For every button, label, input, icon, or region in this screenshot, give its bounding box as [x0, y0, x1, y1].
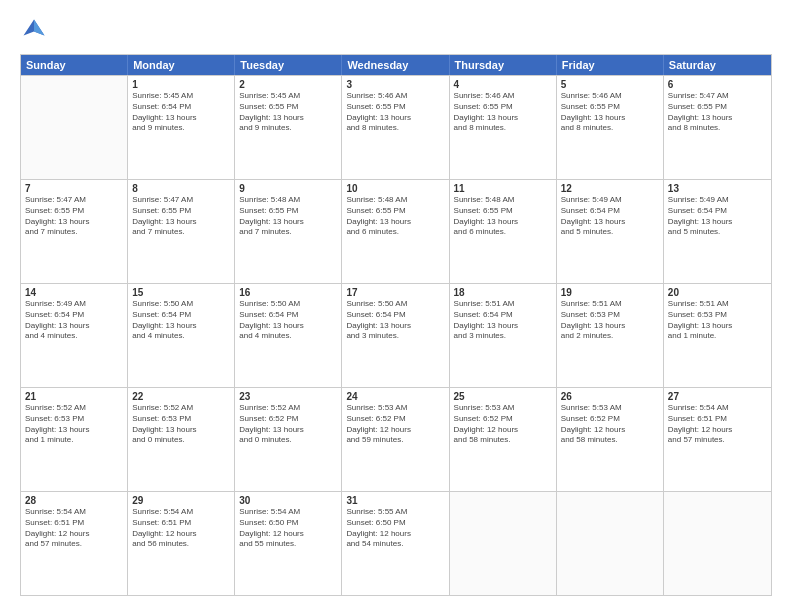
calendar-row-1: 7Sunrise: 5:47 AM Sunset: 6:55 PM Daylig… [21, 179, 771, 283]
empty-cell [450, 492, 557, 595]
calendar-cell-6: 6Sunrise: 5:47 AM Sunset: 6:55 PM Daylig… [664, 76, 771, 179]
day-info: Sunrise: 5:53 AM Sunset: 6:52 PM Dayligh… [346, 403, 444, 446]
day-number: 12 [561, 183, 659, 194]
calendar: SundayMondayTuesdayWednesdayThursdayFrid… [20, 54, 772, 596]
day-number: 15 [132, 287, 230, 298]
day-info: Sunrise: 5:51 AM Sunset: 6:54 PM Dayligh… [454, 299, 552, 342]
empty-cell [664, 492, 771, 595]
calendar-cell-5: 5Sunrise: 5:46 AM Sunset: 6:55 PM Daylig… [557, 76, 664, 179]
day-info: Sunrise: 5:54 AM Sunset: 6:51 PM Dayligh… [25, 507, 123, 550]
calendar-cell-30: 30Sunrise: 5:54 AM Sunset: 6:50 PM Dayli… [235, 492, 342, 595]
calendar-cell-25: 25Sunrise: 5:53 AM Sunset: 6:52 PM Dayli… [450, 388, 557, 491]
day-info: Sunrise: 5:48 AM Sunset: 6:55 PM Dayligh… [454, 195, 552, 238]
weekday-header-thursday: Thursday [450, 55, 557, 75]
day-info: Sunrise: 5:46 AM Sunset: 6:55 PM Dayligh… [346, 91, 444, 134]
day-number: 17 [346, 287, 444, 298]
calendar-cell-26: 26Sunrise: 5:53 AM Sunset: 6:52 PM Dayli… [557, 388, 664, 491]
calendar-cell-13: 13Sunrise: 5:49 AM Sunset: 6:54 PM Dayli… [664, 180, 771, 283]
day-info: Sunrise: 5:53 AM Sunset: 6:52 PM Dayligh… [454, 403, 552, 446]
day-number: 7 [25, 183, 123, 194]
day-number: 31 [346, 495, 444, 506]
calendar-header: SundayMondayTuesdayWednesdayThursdayFrid… [21, 55, 771, 75]
day-info: Sunrise: 5:54 AM Sunset: 6:51 PM Dayligh… [132, 507, 230, 550]
day-number: 20 [668, 287, 767, 298]
logo-icon [20, 16, 48, 44]
day-info: Sunrise: 5:45 AM Sunset: 6:55 PM Dayligh… [239, 91, 337, 134]
day-info: Sunrise: 5:48 AM Sunset: 6:55 PM Dayligh… [346, 195, 444, 238]
logo [20, 16, 52, 44]
calendar-cell-23: 23Sunrise: 5:52 AM Sunset: 6:52 PM Dayli… [235, 388, 342, 491]
day-info: Sunrise: 5:48 AM Sunset: 6:55 PM Dayligh… [239, 195, 337, 238]
calendar-cell-29: 29Sunrise: 5:54 AM Sunset: 6:51 PM Dayli… [128, 492, 235, 595]
calendar-cell-8: 8Sunrise: 5:47 AM Sunset: 6:55 PM Daylig… [128, 180, 235, 283]
calendar-cell-28: 28Sunrise: 5:54 AM Sunset: 6:51 PM Dayli… [21, 492, 128, 595]
day-info: Sunrise: 5:50 AM Sunset: 6:54 PM Dayligh… [132, 299, 230, 342]
day-number: 30 [239, 495, 337, 506]
day-number: 11 [454, 183, 552, 194]
calendar-row-3: 21Sunrise: 5:52 AM Sunset: 6:53 PM Dayli… [21, 387, 771, 491]
calendar-cell-1: 1Sunrise: 5:45 AM Sunset: 6:54 PM Daylig… [128, 76, 235, 179]
day-number: 13 [668, 183, 767, 194]
day-info: Sunrise: 5:54 AM Sunset: 6:51 PM Dayligh… [668, 403, 767, 446]
day-info: Sunrise: 5:50 AM Sunset: 6:54 PM Dayligh… [346, 299, 444, 342]
day-number: 2 [239, 79, 337, 90]
header [20, 16, 772, 44]
calendar-cell-15: 15Sunrise: 5:50 AM Sunset: 6:54 PM Dayli… [128, 284, 235, 387]
day-info: Sunrise: 5:51 AM Sunset: 6:53 PM Dayligh… [668, 299, 767, 342]
day-number: 1 [132, 79, 230, 90]
day-number: 19 [561, 287, 659, 298]
day-info: Sunrise: 5:52 AM Sunset: 6:52 PM Dayligh… [239, 403, 337, 446]
day-number: 8 [132, 183, 230, 194]
calendar-cell-4: 4Sunrise: 5:46 AM Sunset: 6:55 PM Daylig… [450, 76, 557, 179]
day-info: Sunrise: 5:46 AM Sunset: 6:55 PM Dayligh… [454, 91, 552, 134]
calendar-cell-31: 31Sunrise: 5:55 AM Sunset: 6:50 PM Dayli… [342, 492, 449, 595]
day-info: Sunrise: 5:51 AM Sunset: 6:53 PM Dayligh… [561, 299, 659, 342]
day-number: 25 [454, 391, 552, 402]
calendar-cell-18: 18Sunrise: 5:51 AM Sunset: 6:54 PM Dayli… [450, 284, 557, 387]
calendar-cell-16: 16Sunrise: 5:50 AM Sunset: 6:54 PM Dayli… [235, 284, 342, 387]
weekday-header-friday: Friday [557, 55, 664, 75]
day-info: Sunrise: 5:53 AM Sunset: 6:52 PM Dayligh… [561, 403, 659, 446]
calendar-cell-24: 24Sunrise: 5:53 AM Sunset: 6:52 PM Dayli… [342, 388, 449, 491]
day-info: Sunrise: 5:45 AM Sunset: 6:54 PM Dayligh… [132, 91, 230, 134]
day-number: 28 [25, 495, 123, 506]
day-info: Sunrise: 5:52 AM Sunset: 6:53 PM Dayligh… [132, 403, 230, 446]
weekday-header-monday: Monday [128, 55, 235, 75]
day-info: Sunrise: 5:49 AM Sunset: 6:54 PM Dayligh… [25, 299, 123, 342]
empty-cell [557, 492, 664, 595]
calendar-cell-11: 11Sunrise: 5:48 AM Sunset: 6:55 PM Dayli… [450, 180, 557, 283]
day-number: 6 [668, 79, 767, 90]
day-info: Sunrise: 5:55 AM Sunset: 6:50 PM Dayligh… [346, 507, 444, 550]
calendar-row-2: 14Sunrise: 5:49 AM Sunset: 6:54 PM Dayli… [21, 283, 771, 387]
day-info: Sunrise: 5:46 AM Sunset: 6:55 PM Dayligh… [561, 91, 659, 134]
day-number: 4 [454, 79, 552, 90]
weekday-header-sunday: Sunday [21, 55, 128, 75]
day-number: 18 [454, 287, 552, 298]
calendar-row-4: 28Sunrise: 5:54 AM Sunset: 6:51 PM Dayli… [21, 491, 771, 595]
calendar-cell-20: 20Sunrise: 5:51 AM Sunset: 6:53 PM Dayli… [664, 284, 771, 387]
day-info: Sunrise: 5:49 AM Sunset: 6:54 PM Dayligh… [668, 195, 767, 238]
day-info: Sunrise: 5:49 AM Sunset: 6:54 PM Dayligh… [561, 195, 659, 238]
weekday-header-tuesday: Tuesday [235, 55, 342, 75]
calendar-cell-3: 3Sunrise: 5:46 AM Sunset: 6:55 PM Daylig… [342, 76, 449, 179]
weekday-header-wednesday: Wednesday [342, 55, 449, 75]
calendar-cell-27: 27Sunrise: 5:54 AM Sunset: 6:51 PM Dayli… [664, 388, 771, 491]
calendar-cell-7: 7Sunrise: 5:47 AM Sunset: 6:55 PM Daylig… [21, 180, 128, 283]
day-number: 21 [25, 391, 123, 402]
day-info: Sunrise: 5:47 AM Sunset: 6:55 PM Dayligh… [668, 91, 767, 134]
calendar-cell-19: 19Sunrise: 5:51 AM Sunset: 6:53 PM Dayli… [557, 284, 664, 387]
day-number: 26 [561, 391, 659, 402]
day-number: 14 [25, 287, 123, 298]
calendar-body: 1Sunrise: 5:45 AM Sunset: 6:54 PM Daylig… [21, 75, 771, 595]
day-number: 3 [346, 79, 444, 90]
calendar-cell-9: 9Sunrise: 5:48 AM Sunset: 6:55 PM Daylig… [235, 180, 342, 283]
calendar-cell-12: 12Sunrise: 5:49 AM Sunset: 6:54 PM Dayli… [557, 180, 664, 283]
calendar-cell-21: 21Sunrise: 5:52 AM Sunset: 6:53 PM Dayli… [21, 388, 128, 491]
weekday-header-saturday: Saturday [664, 55, 771, 75]
calendar-cell-2: 2Sunrise: 5:45 AM Sunset: 6:55 PM Daylig… [235, 76, 342, 179]
calendar-cell-17: 17Sunrise: 5:50 AM Sunset: 6:54 PM Dayli… [342, 284, 449, 387]
calendar-row-0: 1Sunrise: 5:45 AM Sunset: 6:54 PM Daylig… [21, 75, 771, 179]
day-number: 10 [346, 183, 444, 194]
day-info: Sunrise: 5:52 AM Sunset: 6:53 PM Dayligh… [25, 403, 123, 446]
day-number: 5 [561, 79, 659, 90]
